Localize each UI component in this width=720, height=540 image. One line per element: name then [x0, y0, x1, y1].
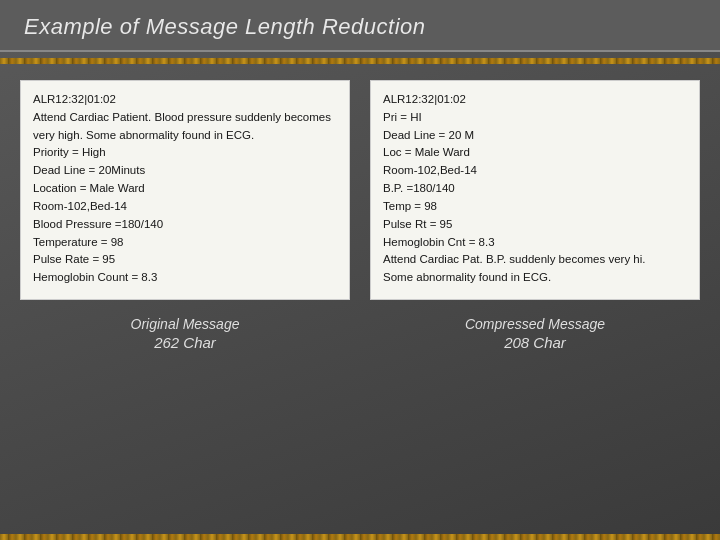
original-message-box: ALR12:32|01:02 Attend Cardiac Patient. B… [20, 80, 350, 300]
compressed-label-cell: Compressed Message 208 Char [370, 316, 700, 351]
content-area: ALR12:32|01:02 Attend Cardiac Patient. B… [0, 70, 720, 310]
slide-title: Example of Message Length Reduction [24, 14, 426, 39]
original-message-text: ALR12:32|01:02 Attend Cardiac Patient. B… [33, 91, 337, 287]
compressed-message-label: Compressed Message [370, 316, 700, 332]
bottom-decorative-bar [0, 534, 720, 540]
slide: Example of Message Length Reduction ALR1… [0, 0, 720, 540]
title-bar: Example of Message Length Reduction [0, 0, 720, 52]
original-message-count: 262 Char [20, 334, 350, 351]
compressed-message-box: ALR12:32|01:02 Pri = HI Dead Line = 20 M… [370, 80, 700, 300]
original-label-cell: Original Message 262 Char [20, 316, 350, 351]
compressed-message-text: ALR12:32|01:02 Pri = HI Dead Line = 20 M… [383, 91, 687, 287]
label-row: Original Message 262 Char Compressed Mes… [0, 310, 720, 351]
original-message-label: Original Message [20, 316, 350, 332]
compressed-message-count: 208 Char [370, 334, 700, 351]
top-decorative-bar [0, 58, 720, 64]
